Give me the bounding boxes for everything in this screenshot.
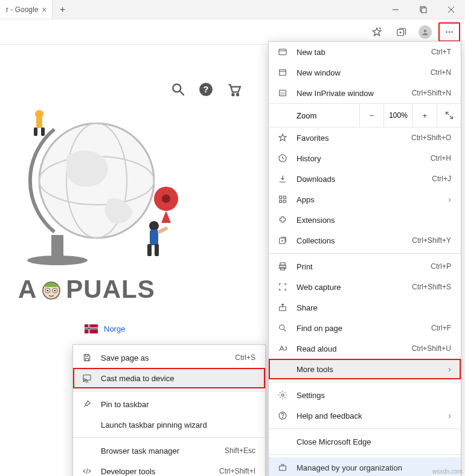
briefcase-icon: [277, 463, 288, 472]
star-icon: [277, 133, 288, 143]
menu-favorites[interactable]: Favorites Ctrl+Shift+O: [269, 127, 461, 148]
svg-line-53: [449, 116, 452, 119]
menu-close-edge[interactable]: Close Microsoft Edge: [269, 431, 461, 452]
menu-shortcut: Ctrl+J: [432, 175, 451, 183]
svg-point-11: [424, 29, 427, 32]
menu-web-capture[interactable]: Web capture Ctrl+Shift+S: [269, 277, 461, 297]
zoom-label: Zoom: [269, 111, 359, 120]
new-tab-button[interactable]: +: [53, 0, 73, 19]
menu-label: Apps: [297, 195, 440, 204]
submenu-shortcut: Ctrl+S: [235, 353, 255, 362]
zoom-out-button[interactable]: −: [359, 104, 383, 127]
submenu-task-manager[interactable]: Browser task manager Shift+Esc: [73, 440, 265, 461]
menu-downloads[interactable]: Downloads Ctrl+J: [269, 169, 461, 189]
cart-icon[interactable]: [226, 82, 242, 97]
separator: [73, 391, 265, 391]
svg-rect-58: [280, 200, 282, 202]
menu-read-aloud[interactable]: Read aloud Ctrl+Shift+U: [269, 338, 461, 359]
menu-settings[interactable]: Settings: [269, 385, 461, 405]
menu-shortcut: Ctrl+Shift+U: [412, 344, 451, 353]
tab-close-icon[interactable]: ×: [42, 5, 46, 14]
menu-shortcut: Ctrl+H: [431, 154, 451, 162]
svg-point-14: [451, 31, 452, 32]
submenu-save-page[interactable]: Save page as Ctrl+S: [73, 347, 265, 368]
submenu-launch-pin-wizard[interactable]: Launch taskbar pinning wizard: [73, 414, 265, 435]
browser-tab[interactable]: r - Google ×: [0, 0, 53, 19]
svg-point-13: [449, 31, 450, 32]
svg-point-12: [446, 31, 447, 32]
menu-print[interactable]: Print Ctrl+P: [269, 256, 461, 277]
help-icon[interactable]: ?: [198, 82, 214, 97]
profile-avatar[interactable]: [414, 22, 436, 42]
submenu-label: Developer tools: [101, 467, 211, 476]
settings-menu: New tab Ctrl+T New window Ctrl+N New InP…: [268, 41, 461, 476]
submenu-label: Pin to taskbar: [101, 400, 255, 409]
submenu-label: Cast media to device: [101, 374, 255, 383]
menu-new-tab[interactable]: New tab Ctrl+T: [269, 42, 461, 62]
menu-label: Web capture: [297, 283, 403, 292]
menu-label: Extensions: [297, 216, 451, 225]
svg-point-71: [282, 417, 283, 418]
zoom-in-button[interactable]: +: [412, 104, 437, 127]
menu-label: Close Microsoft Edge: [297, 437, 451, 446]
submenu-developer-tools[interactable]: Developer tools Ctrl+Shift+I: [73, 461, 265, 476]
menu-new-inprivate[interactable]: New InPrivate window Ctrl+Shift+N: [269, 83, 461, 103]
titlebar: r - Google × +: [0, 0, 465, 19]
logo-mascot-icon: [39, 277, 63, 301]
menu-label: Downloads: [297, 175, 423, 184]
svg-rect-2: [422, 8, 426, 13]
globe-illustration: [18, 108, 223, 265]
svg-rect-44: [83, 375, 91, 381]
svg-rect-34: [147, 244, 152, 256]
submenu-pin-taskbar[interactable]: Pin to taskbar: [73, 394, 265, 414]
locale-label: Norge: [104, 324, 125, 333]
menu-extensions[interactable]: Extensions: [269, 210, 461, 230]
menu-share[interactable]: Share: [269, 297, 461, 318]
zoom-value: 100%: [383, 104, 412, 127]
menu-shortcut: Ctrl+Shift+N: [412, 89, 451, 97]
close-window-button[interactable]: [437, 0, 465, 19]
submenu-label: Browser task manager: [101, 446, 216, 455]
menu-help[interactable]: Help and feedback ›: [269, 405, 461, 426]
minimize-button[interactable]: [382, 0, 409, 19]
svg-point-69: [281, 394, 284, 396]
svg-line-68: [284, 329, 286, 331]
submenu-cast-media[interactable]: Cast media to device: [73, 368, 265, 388]
settings-more-button[interactable]: [438, 22, 460, 42]
inprivate-icon: [277, 88, 288, 98]
menu-label: New window: [297, 68, 422, 77]
svg-point-41: [54, 290, 56, 292]
logo-letter: A: [18, 275, 37, 304]
new-tab-icon: [277, 47, 288, 57]
menu-more-tools[interactable]: More tools ›: [269, 359, 461, 379]
menu-shortcut: Ctrl+F: [431, 324, 451, 332]
menu-new-window[interactable]: New window Ctrl+N: [269, 62, 461, 83]
submenu-label: Save page as: [101, 353, 226, 362]
menu-label: New InPrivate window: [297, 89, 403, 98]
history-icon: [277, 153, 288, 163]
svg-rect-29: [41, 127, 45, 136]
svg-rect-43: [85, 358, 88, 361]
menu-history[interactable]: History Ctrl+H: [269, 148, 461, 169]
maximize-button[interactable]: [409, 0, 437, 19]
fullscreen-button[interactable]: [437, 104, 461, 127]
menu-shortcut: Ctrl+T: [431, 48, 451, 56]
menu-find[interactable]: Find on page Ctrl+F: [269, 318, 461, 338]
search-icon[interactable]: [170, 82, 186, 97]
svg-line-52: [446, 112, 449, 115]
watermark: wsxdn.com: [432, 468, 463, 475]
chevron-right-icon: ›: [448, 364, 451, 374]
favorites-star-icon[interactable]: [366, 22, 388, 42]
menu-label: Find on page: [297, 324, 423, 333]
collections-icon[interactable]: [390, 22, 412, 42]
collections-icon: [277, 236, 288, 245]
read-aloud-icon: [277, 344, 288, 353]
svg-point-40: [47, 290, 49, 292]
apps-icon: [277, 195, 288, 204]
submenu-shortcut: Shift+Esc: [225, 446, 255, 455]
svg-rect-51: [281, 92, 285, 95]
menu-collections[interactable]: Collections Ctrl+Shift+Y: [269, 230, 461, 251]
menu-apps[interactable]: Apps ›: [269, 189, 461, 210]
svg-line-16: [180, 91, 184, 95]
menu-shortcut: Ctrl+P: [431, 262, 451, 271]
